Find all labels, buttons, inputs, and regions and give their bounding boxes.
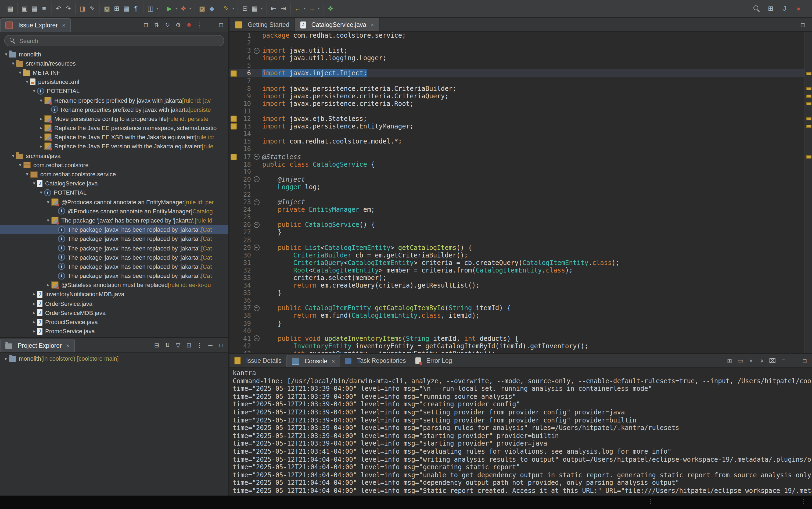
expander-closed-icon[interactable]: ▸ bbox=[45, 282, 51, 288]
code-line[interactable]: 12import javax.ejb.Stateless; bbox=[230, 115, 805, 123]
code-line[interactable]: 1package com.redhat.coolstore.service; bbox=[230, 32, 805, 39]
pin-console-icon[interactable]: ⌖ bbox=[758, 357, 766, 365]
overview-mark-icon[interactable] bbox=[806, 72, 811, 75]
coverage-icon[interactable]: ⊟ bbox=[240, 3, 250, 14]
undo-icon[interactable]: ↶ bbox=[54, 3, 63, 14]
fold-toggle-icon[interactable]: − bbox=[253, 154, 259, 160]
code-line[interactable]: 3−import java.util.List; bbox=[230, 47, 805, 54]
code-line[interactable]: 6import javax.inject.Inject; bbox=[230, 70, 805, 77]
panel-handle-icon[interactable]: ⋮ bbox=[801, 498, 807, 505]
code-line[interactable]: 37− public CatalogItemEntity getCatalogI… bbox=[230, 304, 805, 312]
tree-item[interactable]: ▸Replace the Java EE persistence namespa… bbox=[0, 123, 228, 133]
code-line[interactable]: 31 CriteriaQuery<CatalogItemEntity> crit… bbox=[230, 259, 805, 267]
close-icon[interactable]: × bbox=[370, 22, 374, 28]
back-dropdown-icon[interactable]: ▾ bbox=[303, 3, 307, 14]
tab-task-repositories[interactable]: Task Repositories bbox=[341, 354, 411, 367]
code-line[interactable]: 17−@Stateless bbox=[230, 153, 805, 161]
expander-open-icon[interactable]: ▾ bbox=[3, 51, 9, 57]
code-line[interactable]: 35 } bbox=[230, 289, 805, 297]
pilcrow-icon[interactable]: ¶ bbox=[131, 3, 141, 14]
fold-toggle-icon[interactable]: − bbox=[253, 47, 259, 54]
fold-toggle-icon[interactable]: − bbox=[253, 336, 259, 342]
tree-item[interactable]: ▸InventoryNotificationMDB.java bbox=[0, 290, 228, 299]
debug-dropdown-icon[interactable]: ▾ bbox=[188, 3, 192, 14]
search-input[interactable]: Search bbox=[4, 35, 224, 46]
expander-closed-icon[interactable]: ▸ bbox=[38, 116, 44, 122]
new-package-icon[interactable]: ▩ bbox=[102, 3, 112, 14]
tree-item[interactable]: The package 'javax' has been replaced by… bbox=[0, 225, 228, 234]
expander-closed-icon[interactable]: ▸ bbox=[38, 144, 44, 149]
code-line[interactable]: 23− @Inject bbox=[230, 198, 805, 206]
table-dropdown-icon[interactable]: ▾ bbox=[259, 3, 264, 14]
code-line[interactable]: 34 return em.createQuery(criteria).getRe… bbox=[230, 282, 805, 289]
show-grid-icon[interactable]: ▦ bbox=[121, 3, 131, 14]
close-icon[interactable]: × bbox=[66, 342, 70, 349]
clear-console-icon[interactable]: ⌧ bbox=[769, 357, 777, 365]
code-line[interactable]: 9import javax.persistence.criteria.Crite… bbox=[230, 93, 805, 100]
maximize-icon[interactable]: □ bbox=[217, 341, 225, 349]
display-console-dropdown-icon[interactable]: ▾ bbox=[747, 357, 755, 365]
overview-mark-icon[interactable] bbox=[806, 102, 811, 105]
tree-item[interactable]: The package 'javax' has been replaced by… bbox=[0, 234, 228, 243]
fold-toggle-icon[interactable]: − bbox=[253, 244, 259, 250]
code-line[interactable]: 5 bbox=[230, 62, 805, 70]
expander-open-icon[interactable]: ▾ bbox=[24, 171, 30, 177]
link-with-editor-icon[interactable]: ⇅ bbox=[163, 341, 171, 349]
tree-item[interactable]: The package 'javax' has been replaced by… bbox=[0, 243, 228, 252]
tab-issue-explorer[interactable]: Issue Explorer × bbox=[0, 18, 71, 32]
new-class-icon[interactable]: ◆ bbox=[207, 3, 217, 14]
tree-item[interactable]: ▸OrderServiceMDB.java bbox=[0, 308, 228, 317]
tree-item[interactable]: @Produces cannot annotate an EntityManag… bbox=[0, 206, 228, 215]
expander-closed-icon[interactable]: ▸ bbox=[38, 135, 44, 140]
view-menu-icon[interactable]: ⋮ bbox=[196, 341, 204, 349]
code-line[interactable]: 4import java.util.logging.Logger; bbox=[230, 55, 805, 62]
overview-mark-icon[interactable] bbox=[806, 95, 811, 98]
expander-closed-icon[interactable]: ▸ bbox=[31, 329, 37, 334]
tree-item[interactable]: Rename properties prefixed by javax with… bbox=[0, 105, 228, 114]
tree-item[interactable]: ▾src/main/resources bbox=[0, 59, 228, 68]
code-line[interactable]: 16 bbox=[230, 145, 805, 153]
overview-mark-icon[interactable] bbox=[806, 155, 811, 158]
code-line[interactable]: 32 Root<CatalogItemEntity> member = crit… bbox=[230, 267, 805, 274]
format-icon[interactable]: ✎ bbox=[87, 3, 97, 14]
expander-open-icon[interactable]: ▾ bbox=[31, 89, 37, 94]
tab-getting-started[interactable]: Getting Started bbox=[230, 18, 295, 31]
redo-icon[interactable]: ↷ bbox=[63, 3, 73, 14]
fold-toggle-icon[interactable]: − bbox=[253, 176, 259, 182]
focus-icon[interactable]: ⊡ bbox=[185, 341, 193, 349]
tree-item[interactable]: ▾POTENTIAL bbox=[0, 87, 228, 96]
terminal-icon[interactable]: ◫ bbox=[146, 3, 155, 14]
issue-marker-icon[interactable] bbox=[231, 115, 237, 122]
overview-mark-icon[interactable] bbox=[806, 125, 811, 128]
issue-marker-icon[interactable] bbox=[231, 154, 237, 160]
debug-icon[interactable]: ❖ bbox=[178, 3, 188, 14]
code-line[interactable]: 41− public void updateInventoryItems(Str… bbox=[230, 335, 805, 342]
console-output[interactable]: kantraCommand-line: [/usr/local/bin/darw… bbox=[230, 368, 812, 496]
tree-item[interactable]: ▾com.redhat.coolstore bbox=[0, 161, 228, 170]
link-with-editor-icon[interactable]: ⇅ bbox=[153, 21, 161, 29]
close-icon[interactable]: × bbox=[331, 358, 335, 365]
fold-toggle-icon[interactable]: − bbox=[253, 222, 259, 228]
expander-open-icon[interactable]: ▾ bbox=[10, 61, 16, 66]
tree-item[interactable]: The package 'javax' has been replaced by… bbox=[0, 271, 228, 280]
collapse-all-icon[interactable]: ⊟ bbox=[153, 341, 161, 349]
code-line[interactable]: 2 bbox=[230, 39, 805, 47]
forward-history-icon[interactable]: → bbox=[307, 3, 317, 14]
annotations-dropdown-icon[interactable]: ▾ bbox=[231, 3, 235, 14]
fold-toggle-icon[interactable]: − bbox=[253, 199, 259, 205]
back-history-icon[interactable]: ← bbox=[293, 3, 303, 14]
issue-marker-icon[interactable] bbox=[231, 70, 237, 77]
tab-console[interactable]: Console × bbox=[286, 355, 341, 367]
expander-open-icon[interactable]: ▾ bbox=[45, 199, 51, 205]
overview-mark-icon[interactable] bbox=[806, 87, 811, 90]
code-line[interactable]: 19 bbox=[230, 168, 805, 175]
tree-item[interactable]: ▸@Stateless annotation must be replaced … bbox=[0, 280, 228, 290]
run-dropdown-icon[interactable]: ▾ bbox=[174, 3, 178, 14]
tree-item[interactable]: ▾src/main/java bbox=[0, 151, 228, 160]
tree-item[interactable]: ▸Move persistence config to a properties… bbox=[0, 114, 228, 123]
expander-open-icon[interactable]: ▾ bbox=[17, 70, 23, 75]
code-editor[interactable]: 1package com.redhat.coolstore.service;23… bbox=[230, 32, 805, 353]
expander-closed-icon[interactable]: ▸ bbox=[31, 301, 37, 306]
code-line[interactable]: 7 bbox=[230, 77, 805, 84]
minimize-icon[interactable]: ─ bbox=[206, 21, 214, 29]
